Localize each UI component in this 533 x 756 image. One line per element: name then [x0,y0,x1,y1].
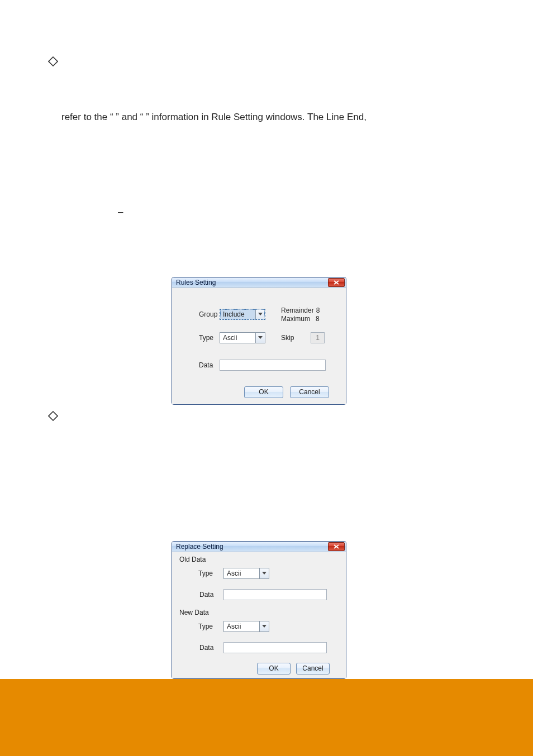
svg-marker-5 [258,336,263,339]
new-type-select-value: Ascii [224,621,259,631]
replace-setting-titlebar: Replace Setting [172,542,346,552]
body-text: refer to the “ ” and “ ” information in … [61,112,486,123]
group-select-value: Include [220,309,255,319]
diamond-icon [48,411,58,421]
new-data-input[interactable] [223,642,327,653]
rules-setting-title: Rules Setting [176,277,216,288]
type-select-value: Ascii [220,333,255,343]
group-select[interactable]: Include [220,309,265,320]
type-select[interactable]: Ascii [220,332,265,343]
remainder-label: Remainder [281,307,314,314]
replace-setting-title: Replace Setting [176,542,223,552]
new-data-label: Data [199,644,213,652]
old-type-select-value: Ascii [224,568,259,578]
svg-marker-9 [262,625,266,628]
data-input[interactable] [220,360,326,371]
old-type-label: Type [198,570,213,577]
old-data-section: Old Data [174,556,206,563]
svg-marker-0 [49,57,58,66]
rules-setting-dialog: Rules Setting Group Include Remainder 8 [172,277,346,405]
remainder-value: 8 [316,307,320,314]
maximum-value: 8 [316,315,320,323]
chevron-down-icon [259,568,269,578]
close-icon [334,544,339,549]
maximum-label: Maximum [281,315,310,323]
chevron-down-icon [259,621,269,631]
ok-button[interactable]: OK [244,386,283,398]
skip-label: Skip [281,334,294,342]
rules-setting-titlebar: Rules Setting [172,277,346,288]
new-type-label: Type [198,623,213,630]
cancel-button[interactable]: Cancel [296,663,330,674]
svg-marker-1 [49,412,58,420]
svg-marker-8 [262,572,266,575]
body-text-line: refer to the “ ” and “ ” information in … [61,112,367,122]
chevron-down-icon [255,309,265,319]
old-data-label: Data [199,591,213,599]
cancel-button[interactable]: Cancel [290,386,329,398]
ok-button[interactable]: OK [257,663,291,674]
old-data-input[interactable] [223,589,327,600]
skip-input[interactable]: 1 [311,332,325,343]
replace-setting-dialog: Replace Setting Old Data Type Ascii Data [172,541,346,679]
diamond-icon [48,56,58,66]
body-text-dash: – [118,207,123,218]
svg-marker-4 [258,313,263,315]
close-icon [334,280,339,285]
old-type-select[interactable]: Ascii [223,568,269,579]
new-data-section: New Data [174,609,209,616]
chevron-down-icon [255,333,265,343]
new-type-select[interactable]: Ascii [223,621,269,632]
close-button[interactable] [328,278,345,287]
close-button[interactable] [328,542,345,551]
footer-band [0,679,533,756]
